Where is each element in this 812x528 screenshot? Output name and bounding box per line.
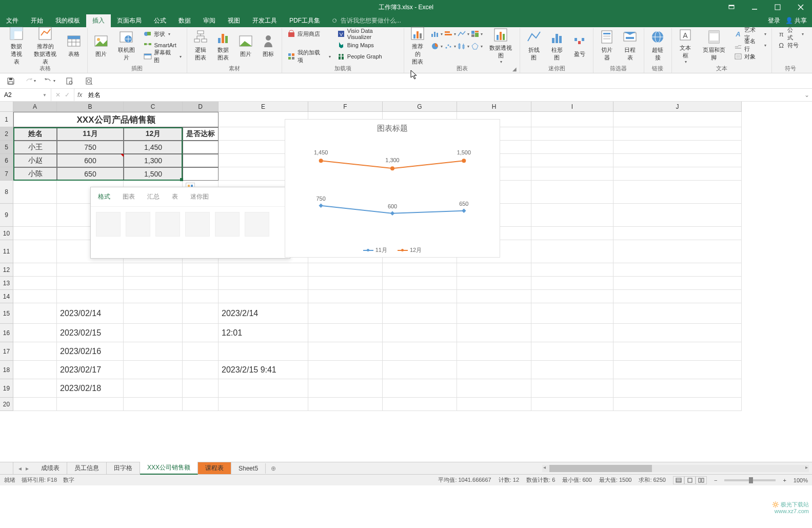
zoom-slider[interactable] (724, 479, 776, 481)
cell[interactable] (219, 277, 308, 290)
radar-chart-icon[interactable]: ▾ (470, 41, 483, 52)
cell[interactable]: 12月 (124, 127, 183, 141)
column-header[interactable]: B (57, 102, 124, 112)
cell[interactable] (613, 277, 742, 290)
cell[interactable] (308, 263, 383, 277)
cell[interactable] (457, 277, 531, 290)
redo-icon[interactable]: ▾ (25, 75, 36, 87)
cell[interactable] (383, 398, 457, 411)
menu-view[interactable]: 视图 (222, 14, 246, 27)
sheet-nav-first-icon[interactable]: ◂ (17, 465, 23, 472)
cell[interactable] (13, 240, 57, 263)
cell[interactable]: 2023/02/14 (57, 303, 124, 324)
bing-maps-button[interactable]: Bing Maps (335, 40, 401, 51)
zoom-level[interactable]: 100% (794, 477, 808, 483)
cell[interactable] (531, 398, 613, 411)
cell[interactable] (219, 263, 308, 277)
material-pic-button[interactable]: 图片 (235, 28, 256, 62)
cell[interactable] (13, 379, 57, 398)
accept-formula-icon[interactable]: ✓ (65, 91, 70, 99)
pictures-button[interactable]: 图片 (91, 28, 111, 62)
column-header[interactable]: I (531, 102, 613, 112)
sparkline-winloss-button[interactable]: 盈亏 (569, 28, 590, 62)
cell[interactable] (308, 290, 383, 303)
cell[interactable] (531, 342, 613, 361)
cell[interactable] (219, 379, 308, 398)
horizontal-scrollbar[interactable]: ◂ ▸ (542, 465, 809, 472)
cell[interactable] (613, 154, 742, 167)
column-chart-icon[interactable]: ▾ (430, 28, 443, 40)
cell[interactable] (308, 342, 383, 361)
cell[interactable]: 12:01 (219, 324, 308, 342)
menu-templates[interactable]: 我的模板 (49, 14, 86, 27)
cell[interactable] (219, 342, 308, 361)
row-header[interactable]: 9 (0, 204, 13, 227)
cell[interactable]: 2023/02/15 (57, 324, 124, 342)
popup-tab[interactable]: 图表 (123, 192, 135, 201)
cell[interactable]: 750 (57, 141, 124, 154)
cell[interactable] (13, 290, 57, 303)
data-chart-button[interactable]: 数据 图表 (213, 28, 233, 62)
menu-review[interactable]: 审阅 (197, 14, 222, 27)
ribbon-options-icon[interactable] (720, 0, 743, 14)
cell[interactable] (308, 379, 383, 398)
cell[interactable] (57, 277, 124, 290)
cell[interactable] (531, 112, 613, 127)
cell[interactable] (613, 290, 742, 303)
cell[interactable] (13, 342, 57, 361)
cell[interactable]: 2023/02/17 (57, 361, 124, 379)
formula-input[interactable]: 姓名 (85, 91, 802, 100)
symbol-button[interactable]: Ω符号 (775, 40, 806, 51)
cell[interactable]: 小王 (13, 141, 57, 154)
cell[interactable] (383, 342, 457, 361)
cell[interactable] (531, 227, 613, 240)
popup-tab[interactable]: 迷你图 (190, 192, 209, 201)
row-header[interactable]: 2 (0, 127, 13, 141)
row-header[interactable]: 19 (0, 379, 13, 398)
cell[interactable]: 2023/02/18 (57, 379, 124, 398)
cell[interactable] (183, 141, 219, 154)
cell[interactable] (308, 303, 383, 324)
charts-dialog-launcher-icon[interactable]: ◢ (512, 66, 517, 72)
cell[interactable] (613, 112, 742, 127)
cell[interactable] (531, 263, 613, 277)
cell[interactable] (183, 154, 219, 167)
add-sheet-button[interactable]: ⊕ (266, 465, 281, 472)
cell[interactable] (531, 181, 613, 204)
row-header[interactable]: 16 (0, 324, 13, 342)
cell[interactable] (183, 361, 219, 379)
cell[interactable] (124, 324, 183, 342)
row-header[interactable]: 8 (0, 181, 13, 204)
row-header[interactable]: 20 (0, 398, 13, 411)
pivot-chart-button[interactable]: 数据透视图▾ (485, 28, 517, 62)
row-header[interactable]: 11 (0, 240, 13, 263)
cell[interactable] (13, 324, 57, 342)
sheet-tab-active[interactable]: XXX公司销售额 (140, 462, 198, 475)
object-button[interactable]: 对象 (732, 51, 768, 62)
equation-button[interactable]: π公式▾ (775, 28, 806, 40)
row-header[interactable]: 12 (0, 263, 13, 277)
popup-tab[interactable]: 汇总 (147, 192, 160, 201)
cell[interactable] (183, 324, 219, 342)
cell[interactable]: 2023/2/15 9:41 (219, 361, 308, 379)
cell[interactable]: 11月 (57, 127, 124, 141)
line-chart-icon[interactable]: ▾ (457, 28, 469, 40)
cell[interactable] (124, 303, 183, 324)
cell[interactable] (613, 263, 742, 277)
cell[interactable] (613, 141, 742, 154)
header-footer-button[interactable]: 页眉和页脚 (698, 28, 730, 62)
column-header[interactable]: G (383, 102, 457, 112)
undo-icon[interactable]: ▾ (44, 75, 55, 87)
page-layout-view-icon[interactable] (684, 476, 696, 484)
slicer-button[interactable]: 切片器 (597, 28, 618, 62)
column-header[interactable]: J (613, 102, 742, 112)
cell[interactable] (613, 127, 742, 141)
cell[interactable]: 小陈 (13, 167, 57, 181)
page-break-view-icon[interactable] (696, 476, 707, 484)
cell[interactable] (531, 141, 613, 154)
cell[interactable] (183, 398, 219, 411)
cell[interactable] (183, 167, 219, 181)
cell[interactable] (613, 361, 742, 379)
cell[interactable] (183, 263, 219, 277)
bar-chart-icon[interactable]: ▾ (444, 28, 456, 40)
